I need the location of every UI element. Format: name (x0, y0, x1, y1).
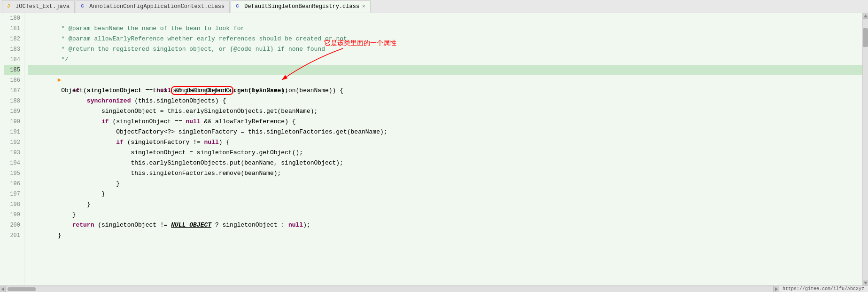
line-num-187: 187 (4, 86, 20, 96)
line-num-188: 188 (4, 96, 20, 106)
scrollbar-right-button[interactable] (773, 286, 779, 292)
java-file-icon: J (7, 3, 14, 10)
code-line-184: protected Object getSingleton(String bea… (28, 55, 862, 65)
scrollbar-up-button[interactable] (863, 13, 868, 19)
line-num-190: 190 (4, 117, 20, 127)
line-num-195: 195 (4, 168, 20, 179)
line-num-191: 191 (4, 127, 20, 137)
svg-marker-2 (864, 282, 868, 284)
line-num-183: 183 (4, 44, 20, 55)
code-line-199: return (singletonObject != NULL_OBJECT ?… (28, 210, 862, 220)
code-line-186: if (singletonObject == null && isSinglet… (28, 75, 862, 86)
tab-close-button[interactable]: × (362, 4, 365, 9)
code-line-197: } (28, 189, 862, 199)
ide-container: J IOCTest_Ext.java C AnnotationConfigApp… (0, 0, 868, 292)
line-numbers: 180 181 182 183 184 185 186 187 188 189 … (0, 13, 24, 285)
oval-outline-singletonobjects: singletonObjects (171, 86, 233, 95)
class-file-icon-2: C (236, 3, 242, 10)
tab-bar: J IOCTest_Ext.java C AnnotationConfigApp… (0, 0, 868, 13)
bottom-area: https://gitee.com/ilfu/AbcXyz (0, 285, 868, 292)
line-num-197: 197 (4, 189, 20, 199)
code-line-198: } (28, 199, 862, 210)
code-area: 180 181 182 183 184 185 186 187 188 189 … (0, 13, 868, 285)
line-num-198: 198 (4, 199, 20, 210)
line-num-194: 194 (4, 158, 20, 168)
scrollbar-thumb[interactable] (863, 28, 868, 47)
code-line-180: * @param beanName the name of the bean t… (28, 13, 862, 24)
line-num-193: 193 (4, 148, 20, 158)
tab-ioctest[interactable]: J IOCTest_Ext.java (2, 0, 75, 13)
line-num-184: 184 (4, 55, 20, 65)
status-url: https://gitee.com/ilfu/AbcXyz (779, 286, 868, 292)
line-num-186: 186 (4, 75, 20, 86)
line-num-180: 180 (4, 13, 20, 24)
class-file-icon-1: C (81, 3, 87, 10)
line-num-182: 182 (4, 34, 20, 44)
tab-label-ioctest: IOCTest_Ext.java (16, 3, 70, 10)
svg-marker-3 (1, 287, 4, 291)
code-content[interactable]: * @param beanName the name of the bean t… (24, 13, 862, 285)
svg-marker-4 (775, 287, 778, 291)
line-num-196: 196 (4, 179, 20, 189)
tab-defaultsingleton[interactable]: C DefaultSingletonBeanRegistry.class × (231, 0, 370, 13)
code-line-196: } (28, 179, 862, 189)
scrollbar-h-thumb[interactable] (8, 287, 36, 291)
scrollbar-down-button[interactable] (863, 280, 868, 285)
scrollbar-left-button[interactable] (0, 286, 6, 292)
line-num-189: 189 (4, 106, 20, 117)
line-num-185: 185 (4, 65, 20, 75)
tab-annotationconfig[interactable]: C AnnotationConfigApplicationContext.cla… (76, 0, 230, 13)
tab-label-defaultsingleton: DefaultSingletonBeanRegistry.class (244, 3, 359, 10)
line-num-199: 199 (4, 210, 20, 220)
line-num-181: 181 (4, 24, 20, 34)
line-num-201: 201 (4, 230, 20, 241)
line-num-200: 200 (4, 220, 20, 230)
code-line-201 (28, 230, 862, 241)
line-num-192: 192 (4, 137, 20, 148)
tab-label-annotationconfig: AnnotationConfigApplicationContext.class (89, 3, 225, 10)
vertical-scrollbar[interactable] (862, 13, 868, 285)
svg-marker-1 (864, 15, 868, 17)
horizontal-scrollbar[interactable] (6, 286, 773, 292)
code-line-185: ► Object singletonObject = this.singleto… (28, 65, 862, 75)
execution-arrow-icon: ► (57, 77, 61, 84)
